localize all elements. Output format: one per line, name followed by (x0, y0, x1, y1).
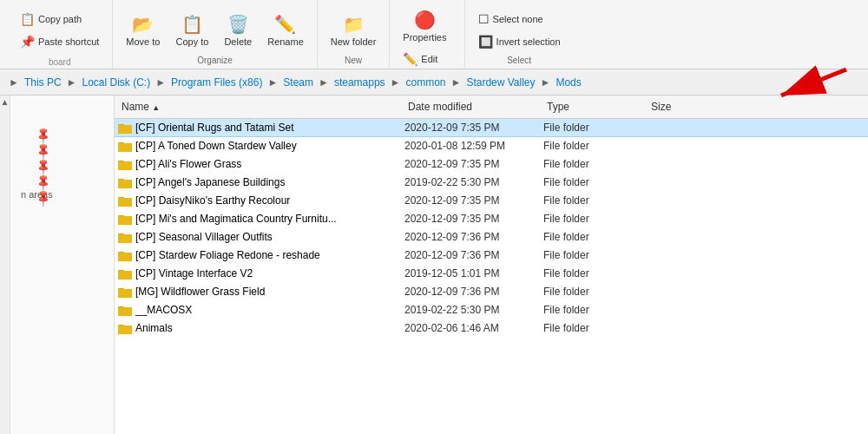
file-date: 2020-12-09 7:35 PM (404, 158, 543, 170)
organize-buttons: 📂 Move to 📋 Copy to 🗑️ Delete ✏️ Rename (120, 5, 309, 56)
file-type: File folder (543, 176, 648, 188)
table-row[interactable]: [CP] Ali's Flower Grass2020-12-09 7:35 P… (115, 155, 868, 174)
select-none-button[interactable]: ☐ Select none (472, 9, 567, 30)
edit-label: Edit (421, 54, 437, 64)
new-buttons: 📁 New folder (325, 5, 383, 56)
properties-icon: 🔴 (414, 10, 436, 30)
folder-icon (115, 122, 135, 134)
col-header-date[interactable]: Date modified (401, 99, 540, 115)
table-row[interactable]: [CP] Seasonal Villager Outfits2020-12-09… (115, 228, 868, 247)
file-name: __MACOSX (135, 304, 404, 316)
file-type: File folder (543, 213, 648, 225)
breadcrumb-program-files[interactable]: Program Files (x86) (168, 75, 266, 90)
col-header-name[interactable]: Name ▲ (115, 99, 401, 115)
breadcrumb-sep-start: ► (7, 76, 21, 89)
move-to-icon: 📂 (132, 14, 154, 35)
table-row[interactable]: [CP] Angel's Japanese Buildings2019-02-2… (115, 174, 868, 192)
file-type: File folder (543, 322, 648, 334)
file-name: [CF] Oriental Rugs and Tatami Set (135, 122, 404, 134)
rename-label: Rename (267, 36, 304, 47)
breadcrumb-steamapps[interactable]: steamapps (331, 75, 389, 90)
invert-selection-button[interactable]: 🔲 Invert selection (472, 31, 567, 52)
copy-path-icon: 📋 (20, 12, 35, 26)
file-type: File folder (543, 286, 648, 298)
file-date: 2019-12-05 1:01 PM (404, 267, 543, 279)
file-type: File folder (543, 267, 648, 279)
organize-section: 📂 Move to 📋 Copy to 🗑️ Delete ✏️ Rename … (113, 0, 317, 69)
svg-line-1 (781, 69, 846, 95)
file-type: File folder (543, 140, 648, 152)
breadcrumb-mods[interactable]: Mods (552, 75, 584, 90)
edit-icon: ✏️ (403, 52, 418, 66)
clipboard-label: board (49, 56, 71, 69)
copy-to-icon: 📋 (181, 14, 203, 35)
select-none-label: Select none (493, 14, 543, 24)
table-row[interactable]: [CP] Stardew Foliage Redone - reshade202… (115, 247, 868, 265)
folder-icon (115, 141, 135, 152)
breadcrumb-common[interactable]: common (402, 75, 449, 90)
file-date: 2019-02-22 5:30 PM (404, 176, 543, 188)
select-none-icon: ☐ (478, 12, 490, 26)
file-name: [CP] Vintage Interface V2 (135, 267, 404, 279)
file-type: File folder (543, 122, 648, 134)
table-row[interactable]: [CP] Vintage Interface V22019-12-05 1:01… (115, 265, 868, 283)
folder-icon (115, 159, 135, 170)
col-date-label: Date modified (408, 101, 472, 113)
copy-to-label: Copy to (175, 36, 208, 47)
rename-icon: ✏️ (274, 14, 296, 35)
breadcrumb-steam[interactable]: Steam (279, 75, 317, 90)
invert-selection-icon: 🔲 (478, 35, 493, 49)
table-row[interactable]: [CP] A Toned Down Stardew Valley2020-01-… (115, 137, 868, 155)
svg-rect-31 (118, 216, 132, 224)
new-folder-button[interactable]: 📁 New folder (325, 10, 383, 51)
col-header-type[interactable]: Type (540, 99, 644, 115)
file-date: 2019-02-22 5:30 PM (404, 304, 543, 316)
paste-shortcut-icon: 📌 (20, 35, 35, 49)
svg-rect-41 (118, 253, 132, 260)
file-name: [CP] Seasonal Villager Outfits (135, 231, 404, 243)
delete-label: Delete (224, 36, 252, 47)
file-name: [CP] Angel's Japanese Buildings (135, 176, 404, 188)
delete-button[interactable]: 🗑️ Delete (218, 10, 258, 51)
folder-icon (115, 286, 135, 298)
folder-icon (115, 232, 135, 243)
table-row[interactable]: [CF] Oriental Rugs and Tatami Set2020-12… (115, 119, 868, 137)
svg-rect-21 (118, 180, 132, 187)
file-type: File folder (543, 231, 648, 243)
copy-to-button[interactable]: 📋 Copy to (169, 10, 214, 51)
move-to-button[interactable]: 📂 Move to (120, 10, 166, 51)
clipboard-section: 📋 Copy path 📌 Paste shortcut board (7, 0, 113, 69)
col-header-size[interactable]: Size (644, 99, 713, 115)
file-rows-container: [CF] Oriental Rugs and Tatami Set2020-12… (115, 119, 868, 338)
table-row[interactable]: __MACOSX2019-02-22 5:30 PMFile folder (115, 301, 868, 319)
folder-icon (115, 323, 135, 334)
file-name: Animals (135, 322, 404, 334)
rename-button[interactable]: ✏️ Rename (261, 10, 310, 51)
file-name: [CP] Stardew Foliage Redone - reshade (135, 249, 404, 261)
sidebar-scrollbar[interactable]: ▲ (0, 95, 10, 434)
col-type-label: Type (547, 101, 569, 113)
copy-path-button[interactable]: 📋 Copy path (14, 9, 105, 30)
table-row[interactable]: [CP] DaisyNiko's Earthy Recolour2020-12-… (115, 192, 868, 210)
table-row[interactable]: Animals2020-02-06 1:46 AMFile folder (115, 319, 868, 338)
file-name: [CP] Ali's Flower Grass (135, 158, 404, 170)
breadcrumb-stardew-valley[interactable]: Stardew Valley (463, 75, 538, 90)
file-name: [CP] DaisyNiko's Earthy Recolour (135, 194, 404, 207)
breadcrumb-this-pc[interactable]: This PC (21, 75, 65, 90)
svg-rect-36 (118, 234, 132, 242)
paste-shortcut-button[interactable]: 📌 Paste shortcut (14, 31, 105, 52)
scroll-up-icon[interactable]: ▲ (1, 97, 10, 107)
file-date: 2020-02-06 1:46 AM (404, 322, 543, 334)
new-section: 📁 New folder New (318, 0, 391, 69)
edit-button[interactable]: ✏️ Edit (397, 49, 444, 69)
svg-rect-16 (118, 161, 132, 169)
open-section: 🔴 Properties ✏️ Edit 🕐 History Open (390, 0, 464, 69)
table-row[interactable]: [CP] Mi's and Magimatica Country Furnitu… (115, 210, 868, 228)
properties-button[interactable]: 🔴 Properties (397, 5, 452, 47)
folder-icon (115, 195, 135, 207)
delete-icon: 🗑️ (227, 14, 249, 35)
svg-rect-56 (118, 307, 132, 315)
file-type: File folder (543, 158, 648, 170)
svg-rect-11 (118, 143, 132, 151)
table-row[interactable]: [MG] Wildflower Grass Field2020-12-09 7:… (115, 283, 868, 301)
